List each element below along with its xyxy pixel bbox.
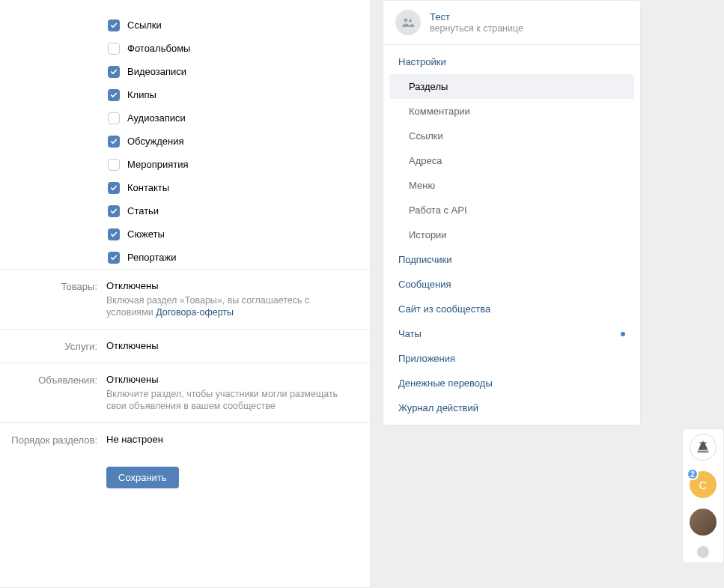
checkbox-icon [108, 205, 120, 217]
nav-addresses[interactable]: Адреса [383, 148, 640, 173]
nav-chats[interactable]: Чаты [383, 321, 640, 346]
checkbox-label: Аудиозаписи [127, 112, 186, 124]
nav-transfers[interactable]: Денежные переводы [383, 371, 640, 395]
checkbox-label: Мероприятия [127, 159, 189, 170]
checkbox-row-6[interactable]: Мероприятия [108, 153, 370, 176]
nav-apps[interactable]: Приложения [383, 346, 640, 371]
friends-sidebar: 2 С [682, 428, 724, 563]
checkbox-row-4[interactable]: Аудиозаписи [108, 106, 370, 130]
checkbox-label: Видеозаписи [127, 66, 186, 77]
friend-avatar-2[interactable]: 2 С [690, 471, 717, 498]
nav-site[interactable]: Сайт из сообщества [383, 297, 640, 321]
settings-form: СсылкиФотоальбомыВидеозаписиКлипыАудиоза… [0, 0, 371, 588]
save-button[interactable]: Сохранить [106, 467, 179, 488]
checkbox-row-3[interactable]: Клипы [108, 83, 370, 106]
nav-messages[interactable]: Сообщения [383, 272, 640, 297]
notification-badge: 2 [687, 468, 699, 480]
nav-menu[interactable]: Меню [383, 173, 640, 198]
checkbox-icon [108, 66, 120, 78]
checkbox-icon [108, 43, 120, 55]
checkbox-icon [108, 159, 120, 171]
ads-label: Объявления: [0, 374, 106, 412]
nav-subscribers[interactable]: Подписчики [383, 247, 640, 272]
checkbox-row-7[interactable]: Контакты [108, 176, 370, 199]
group-return-label: вернуться к странице [430, 23, 523, 34]
offer-agreement-link[interactable]: Договора-оферты [156, 307, 234, 318]
sections-checkbox-list: СсылкиФотоальбомыВидеозаписиКлипыАудиоза… [0, 0, 370, 269]
goods-hint: Включая раздел «Товары», вы соглашаетесь… [106, 294, 355, 318]
goods-label: Товары: [0, 280, 106, 318]
nav-settings[interactable]: Настройки [383, 49, 640, 74]
goods-value[interactable]: Отключены [106, 280, 355, 291]
ads-value[interactable]: Отключены [106, 374, 355, 385]
checkbox-icon [108, 228, 120, 240]
checkbox-label: Клипы [127, 89, 156, 100]
services-row: Услуги: Отключены [0, 330, 370, 363]
nav-comments[interactable]: Комментарии [383, 99, 640, 124]
settings-nav-panel: Тест вернуться к странице Настройки Разд… [383, 0, 641, 588]
goods-row: Товары: Отключены Включая раздел «Товары… [0, 270, 370, 329]
ads-row: Объявления: Отключены Включите раздел, ч… [0, 363, 370, 422]
group-name: Тест [430, 11, 523, 23]
checkbox-icon [108, 89, 120, 101]
checkbox-icon [108, 112, 120, 124]
checkbox-label: Контакты [127, 182, 169, 193]
nav-sections[interactable]: Разделы [389, 74, 634, 99]
checkbox-icon [108, 19, 120, 31]
order-label: Порядок разделов: [0, 434, 106, 446]
checkbox-label: Сюжеты [127, 228, 165, 240]
checkbox-row-0[interactable]: Ссылки [108, 13, 370, 37]
checkbox-icon [108, 182, 120, 194]
checkbox-icon [108, 136, 120, 148]
svg-rect-2 [698, 451, 709, 453]
settings-nav: Настройки Разделы Комментарии Ссылки Адр… [383, 45, 640, 425]
services-value[interactable]: Отключены [106, 340, 355, 351]
checkbox-row-9[interactable]: Сюжеты [108, 222, 370, 246]
svg-point-0 [404, 19, 408, 22]
nav-log[interactable]: Журнал действий [383, 395, 640, 420]
checkbox-label: Обсуждения [127, 136, 184, 147]
ads-hint: Включите раздел, чтобы участники могли р… [106, 388, 355, 412]
friend-avatar-4[interactable] [697, 546, 709, 558]
svg-point-1 [409, 19, 412, 22]
nav-links[interactable]: Ссылки [383, 124, 640, 148]
checkbox-row-8[interactable]: Статьи [108, 199, 370, 222]
checkbox-label: Ссылки [127, 19, 162, 31]
nav-stories[interactable]: Истории [383, 222, 640, 247]
group-header-link[interactable]: Тест вернуться к странице [383, 1, 640, 45]
order-value[interactable]: Не настроен [106, 434, 355, 445]
checkbox-icon [108, 252, 120, 264]
group-avatar-icon [395, 10, 421, 35]
checkbox-label: Фотоальбомы [127, 43, 190, 54]
checkbox-label: Репортажи [127, 252, 177, 263]
checkbox-row-10[interactable]: Репортажи [108, 246, 370, 269]
friend-avatar-1[interactable] [690, 434, 717, 461]
checkbox-row-2[interactable]: Видеозаписи [108, 60, 370, 83]
friend-avatar-3[interactable] [690, 509, 717, 536]
checkbox-row-5[interactable]: Обсуждения [108, 130, 370, 153]
order-row: Порядок разделов: Не настроен [0, 423, 370, 456]
checkbox-label: Статьи [127, 205, 159, 216]
nav-api[interactable]: Работа с API [383, 198, 640, 222]
checkbox-row-1[interactable]: Фотоальбомы [108, 37, 370, 60]
services-label: Услуги: [0, 340, 106, 352]
